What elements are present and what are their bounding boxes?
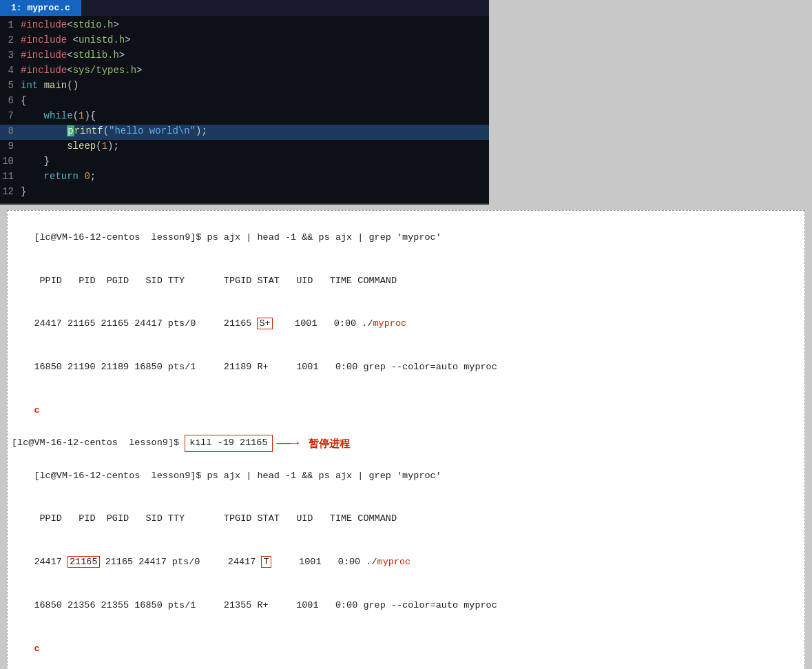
terminal-panel: [lc@VM-16-12-centos lesson9]$ ps ajx | h…	[7, 210, 805, 669]
code-line-11: 11 return 0;	[0, 170, 489, 185]
terminal-line-2: PPID PID PGID SID TTY TPGID STAT UID TIM…	[12, 260, 800, 303]
terminal-line-6: PPID PID PGID SID TTY TPGID STAT UID TIM…	[12, 497, 800, 541]
code-tab: 1: myproc.c	[0, 0, 81, 16]
terminal-line-8b: c	[12, 628, 800, 669]
code-panel: 1: myproc.c 1 #include<stdio.h> 2 #inclu…	[0, 0, 489, 205]
terminal-line-8: 16850 21356 21355 16850 pts/1 21355 R+ 1…	[12, 584, 800, 628]
terminal-line-7: 24417 21165 21165 24417 pts/0 24417 T 10…	[12, 541, 800, 584]
code-line-1: 1 #include<stdio.h>	[0, 19, 489, 34]
terminal-line-1: [lc@VM-16-12-centos lesson9]$ ps ajx | h…	[12, 216, 800, 260]
code-line-12: 12 }	[0, 185, 489, 200]
code-line-9: 9 sleep(1);	[0, 140, 489, 155]
code-line-5: 5 int main()	[0, 79, 489, 94]
code-line-4: 4 #include<sys/types.h>	[0, 64, 489, 79]
code-line-2: 2 #include <unistd.h>	[0, 34, 489, 49]
terminal-line-4b: c	[12, 389, 800, 433]
code-body: 1 #include<stdio.h> 2 #include <unistd.h…	[0, 16, 489, 203]
terminal-line-4: 16850 21190 21189 16850 pts/1 21189 R+ 1…	[12, 346, 800, 389]
code-line-6: 6 {	[0, 94, 489, 110]
code-line-10: 10 }	[0, 155, 489, 170]
terminal-kill19-row: [lc@VM-16-12-centos lesson9]$ kill -19 2…	[12, 434, 800, 453]
code-line-3: 3 #include<stdlib.h>	[0, 49, 489, 64]
code-line-7: 7 while(1){	[0, 110, 489, 125]
code-line-8: 8 printf("hello world\n");	[0, 125, 489, 140]
terminal-line-5: [lc@VM-16-12-centos lesson9]$ ps ajx | h…	[12, 455, 800, 498]
terminal-line-3: 24417 21165 21165 24417 pts/0 21165 S+ 1…	[12, 303, 800, 347]
